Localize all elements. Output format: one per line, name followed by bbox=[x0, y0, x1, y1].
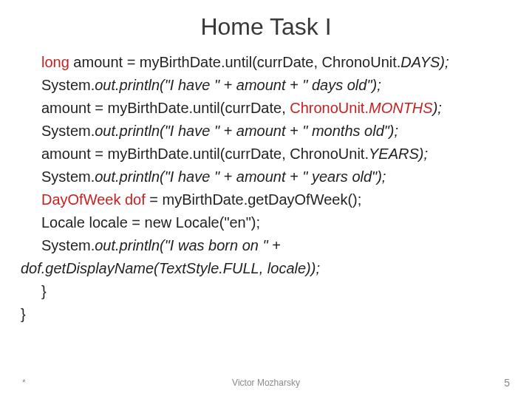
type-chronounit: ChronoUnit. bbox=[290, 100, 369, 116]
footer: * Victor Mozharsky 5 bbox=[0, 377, 532, 389]
enum-years: YEARS); bbox=[369, 146, 428, 162]
code-line: dof.getDisplayName(TextStyle.FULL, local… bbox=[21, 257, 511, 280]
code-text: ); bbox=[433, 100, 442, 116]
code-text: System. bbox=[41, 237, 95, 253]
enum-months: MONTHS bbox=[369, 100, 433, 116]
footer-bullet: * bbox=[22, 378, 44, 388]
code-text: amount = myBirthDate.until(currDate, bbox=[41, 100, 290, 116]
code-text: dof.getDisplayName(TextStyle.FULL, local… bbox=[21, 260, 320, 276]
code-line: System.out.println("I was born on " + bbox=[21, 234, 511, 257]
enum-days: DAYS); bbox=[400, 54, 449, 70]
code-line: System.out.println("I have " + amount + … bbox=[21, 166, 511, 188]
code-text: out.println("I have " + amount + " month… bbox=[95, 123, 398, 139]
code-block: long amount = myBirthDate.until(currDate… bbox=[0, 51, 532, 326]
kw-long: long bbox=[41, 54, 69, 70]
code-brace: } bbox=[21, 303, 511, 326]
footer-author: Victor Mozharsky bbox=[44, 378, 488, 388]
code-text: System. bbox=[41, 123, 95, 139]
type-dayofweek: DayOfWeek dof bbox=[41, 191, 146, 208]
code-text: Locale locale = new Locale("en"); bbox=[41, 214, 260, 231]
code-text: out.println("I have " + amount + " years… bbox=[95, 168, 386, 185]
code-line: System.out.println("I have " + amount + … bbox=[21, 120, 511, 143]
code-line: DayOfWeek dof = myBirthDate.getDayOfWeek… bbox=[21, 188, 511, 211]
code-text: out.println("I have " + amount + " days … bbox=[95, 77, 381, 93]
code-line: System.out.println("I have " + amount + … bbox=[21, 74, 511, 97]
page-number: 5 bbox=[488, 377, 510, 389]
code-text: System. bbox=[41, 168, 95, 185]
code-text: = myBirthDate.getDayOfWeek(); bbox=[146, 191, 362, 208]
code-text: System. bbox=[41, 77, 95, 93]
code-text: amount = myBirthDate.until(currDate, Chr… bbox=[41, 146, 369, 162]
code-brace: } bbox=[21, 280, 511, 303]
code-line: amount = myBirthDate.until(currDate, Chr… bbox=[21, 97, 511, 120]
code-line: long amount = myBirthDate.until(currDate… bbox=[21, 51, 511, 74]
code-text: out.println("I was born on " + bbox=[95, 237, 284, 253]
code-line: Locale locale = new Locale("en"); bbox=[21, 211, 511, 234]
code-line: amount = myBirthDate.until(currDate, Chr… bbox=[21, 143, 511, 166]
code-text: amount = myBirthDate.until(currDate, Chr… bbox=[69, 54, 401, 70]
slide-title: Home Task I bbox=[0, 0, 532, 51]
